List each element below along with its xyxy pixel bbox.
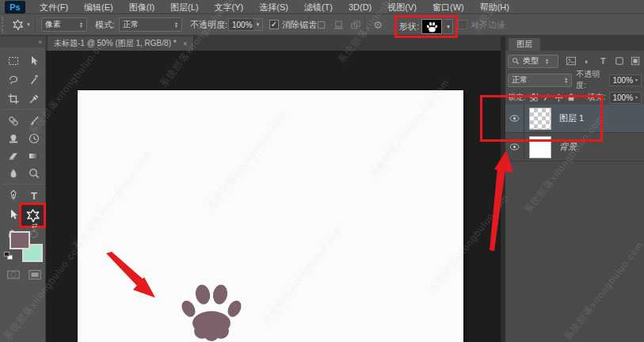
visibility-toggle[interactable] [505,133,524,162]
menu-type[interactable]: 文字(Y) [207,0,252,14]
type-tool-icon: T [31,190,37,202]
tool-lasso[interactable] [4,71,23,89]
tool-move[interactable] [25,52,44,70]
tool-rectangular-marquee[interactable] [4,52,23,70]
panel-tab-bar: 图层 [505,36,644,51]
menu-layer[interactable]: 图层(L) [162,0,206,14]
paw-print-icon [425,21,439,32]
filter-type-label: 类型 [523,55,539,66]
tool-spot-healing-brush[interactable] [4,112,23,130]
layer-name[interactable]: 图层 1 [559,112,584,124]
tab-layers[interactable]: 图层 [509,38,540,51]
menu-file[interactable]: 文件(F) [32,0,76,14]
tool-eraser[interactable] [4,147,23,165]
fill-number: 100% [612,93,633,102]
gradient-icon [28,150,40,162]
filter-adjustment-icon[interactable]: ◐ [581,55,593,67]
swap-colors-icon[interactable]: ⇄ [32,222,38,230]
menu-view[interactable]: 视图(V) [379,0,425,14]
eyedropper-icon [28,93,40,105]
search-icon [512,57,520,65]
tool-brush[interactable] [25,112,44,130]
layer-row-layer1[interactable]: 图层 1 [505,104,644,133]
filter-shape-icon[interactable] [612,55,625,67]
blend-mode-select[interactable]: 正常 ▲▼ [508,74,572,87]
layer-name[interactable]: 背景 [559,141,577,153]
filter-image-icon[interactable] [565,55,577,67]
align-icon[interactable] [331,17,345,32]
mode-value: 正常 [123,19,139,30]
updown-arrows-icon: ▲▼ [564,77,568,83]
align-edges-checkbox[interactable] [458,20,467,29]
document-tab-bar: 未标题-1 @ 50% (图层 1, RGB/8) * × [46,36,501,51]
dropdown-arrow-icon: ▼ [634,95,638,100]
opacity-label: 不透明度: [190,14,227,35]
menu-select[interactable]: 选择(S) [251,0,296,14]
antialias-checkbox[interactable]: ✓ [269,20,279,29]
shape-swatch[interactable] [421,19,442,34]
menu-3d[interactable]: 3D(D) [341,0,379,14]
tool-gradient[interactable] [25,147,44,165]
fill-mode-select[interactable]: 像素 ▲▼ [41,17,87,32]
layer-row-background[interactable]: 背景 [505,133,644,162]
menu-filter[interactable]: 滤镜(T) [296,0,341,14]
options-grip[interactable] [2,17,6,32]
custom-shape-icon [25,208,40,223]
tool-horizontal-type[interactable]: T [25,187,44,204]
opacity-dropdown-arrow[interactable]: ▼ [253,18,263,31]
tool-blur[interactable] [4,165,23,182]
toolbar-collapse-button[interactable]: » [0,36,46,48]
foreground-color-swatch[interactable] [10,231,30,249]
layer-filter-select[interactable]: 类型 ▲▼ [508,55,558,68]
visibility-toggle[interactable] [505,104,524,133]
quick-mask-button[interactable] [3,266,24,283]
screen-mode-button[interactable] [25,266,44,283]
stamp-icon [7,132,20,145]
filter-type-icon[interactable]: T [596,55,609,67]
lock-position-icon[interactable] [554,93,563,102]
menu-help[interactable]: 帮助(H) [472,0,517,14]
menu-window[interactable]: 窗口(W) [425,0,472,14]
mode-label: 模式: [95,14,115,35]
layer-opacity-value[interactable]: 100% ▼ [609,74,642,86]
lock-row: 锁定: 填充: 100% ▼ [505,90,644,104]
tool-crop[interactable] [4,90,23,108]
eraser-icon [7,150,20,162]
tool-magic-wand[interactable] [25,71,44,89]
options-bar: ▼ 像素 ▲▼ 模式: 正常 ▲▼ 不透明度: 100% ▼ ✓ 消除锯齿 ⚙ [0,14,644,36]
layers-panel: 图层 类型 ▲▼ ◐ T 正常 ▲▼ 不透明度: [501,36,644,342]
close-icon[interactable]: × [183,40,188,48]
layer-thumbnail[interactable] [529,136,551,158]
tool-history-brush[interactable] [25,130,44,147]
photoshop-window: Ps 文件(F) 编辑(E) 图像(I) 图层(L) 文字(Y) 选择(S) 滤… [0,0,644,342]
default-colors-icon[interactable] [4,252,13,260]
canvas-document[interactable] [78,90,463,342]
document-tab[interactable]: 未标题-1 @ 50% (图层 1, RGB/8) * × [48,36,194,51]
tool-eyedropper[interactable] [25,90,44,108]
mode-select[interactable]: 正常 ▲▼ [119,17,182,32]
lock-all-icon[interactable] [567,93,575,102]
fill-value[interactable]: 100% ▼ [609,92,642,104]
tool-preset-button[interactable] [10,14,25,35]
opacity-value[interactable]: 100% [228,18,257,31]
tool-pen[interactable] [4,187,23,204]
menu-edit[interactable]: 编辑(E) [76,0,121,14]
history-brush-icon [28,132,40,145]
menu-image[interactable]: 图像(I) [121,0,162,14]
tool-clone-stamp[interactable] [4,130,23,147]
blend-mode-value: 正常 [512,74,528,86]
blend-mode-row: 正常 ▲▼ 不透明度: 100% ▼ [505,71,644,89]
shape-picker-highlight: 形状: ▼ [394,15,458,38]
tool-preset-dropdown-arrow[interactable]: ▼ [26,14,32,35]
lock-transparency-icon[interactable] [530,93,538,101]
new-layer-mode-icon[interactable] [314,17,328,32]
layer-thumbnail[interactable] [529,108,551,130]
arrange-layers-icon[interactable] [349,17,363,32]
tool-dodge[interactable] [25,165,44,182]
gear-icon[interactable]: ⚙ [371,17,385,32]
lock-pixels-icon[interactable] [542,93,551,102]
updown-arrows-icon: ▲▼ [545,58,549,64]
shape-dropdown-arrow[interactable]: ▼ [444,19,453,34]
tools-panel: » [0,36,46,342]
filter-smart-object-icon[interactable] [629,55,642,67]
